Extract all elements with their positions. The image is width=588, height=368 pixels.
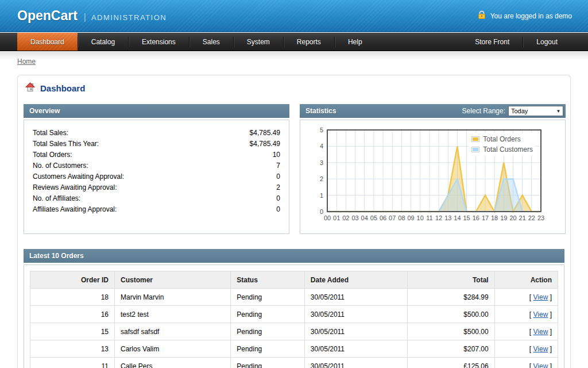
svg-text:11: 11 <box>426 214 432 221</box>
table-row: 16test2 testPending30/05/2011$500.00[ Vi… <box>30 306 558 323</box>
svg-text:12: 12 <box>435 214 442 221</box>
statistics-panel-header: Statistics Select Range: Today ▼ <box>300 104 566 118</box>
cell-status: Pending <box>231 306 305 323</box>
cell-customer: safsdf safsdf <box>115 323 231 340</box>
cell-customer: test2 test <box>115 306 231 323</box>
cell-order-id: 18 <box>30 289 115 306</box>
svg-text:22: 22 <box>528 214 535 221</box>
overview-row-value: 2 <box>276 182 280 193</box>
cell-date-added: 30/05/2011 <box>304 323 407 340</box>
svg-text:02: 02 <box>342 214 349 221</box>
breadcrumb-home-link[interactable]: Home <box>17 57 36 66</box>
nav-item-extensions[interactable]: Extensions <box>129 33 189 51</box>
overview-row-label: Total Orders: <box>33 150 72 160</box>
overview-panel: Overview Total Sales:$4,785.49Total Sale… <box>24 104 289 234</box>
svg-text:14: 14 <box>454 214 461 221</box>
overview-row: No. of Affiliates:0 <box>24 193 289 204</box>
latest-orders-panel: Latest 10 Orders Order IDCustomerStatusD… <box>24 249 564 368</box>
table-row: 18Marvin MarvinPending30/05/2011$284.99[… <box>30 289 558 306</box>
overview-panel-header: Overview <box>24 104 289 118</box>
cell-total: $284.99 <box>408 289 495 306</box>
svg-text:07: 07 <box>389 214 396 221</box>
overview-row: Customers Awaiting Approval:0 <box>24 171 289 182</box>
padlock-icon <box>477 10 486 22</box>
svg-text:0: 0 <box>320 208 323 215</box>
page-title: Dashboard <box>40 83 85 93</box>
legend-swatch <box>471 136 479 142</box>
overview-row: Reviews Awaiting Approval:2 <box>24 182 289 193</box>
select-range-control: Select Range: Today ▼ <box>462 106 566 116</box>
cell-order-id: 15 <box>30 323 115 340</box>
view-order-link[interactable]: View <box>533 345 548 353</box>
overview-row-value: 7 <box>276 160 280 171</box>
cell-total: $500.00 <box>408 323 495 340</box>
view-order-link[interactable]: View <box>533 293 548 301</box>
overview-title: Overview <box>24 107 60 115</box>
cell-action: [ View ] <box>494 289 558 306</box>
svg-text:2: 2 <box>320 175 323 182</box>
range-selected-value: Today <box>509 108 554 114</box>
cell-status: Pending <box>231 340 305 358</box>
svg-text:04: 04 <box>361 214 368 221</box>
column-header-date-added: Date Added <box>304 271 407 289</box>
cell-date-added: 30/05/2011 <box>304 306 407 323</box>
cell-total: $500.00 <box>408 306 495 323</box>
overview-row: No. of Customers:7 <box>24 160 289 171</box>
nav-item-reports[interactable]: Reports <box>284 33 334 51</box>
nav-item-dashboard[interactable]: Dashboard <box>17 33 78 51</box>
nav-item-sales[interactable]: Sales <box>189 33 233 51</box>
logo-text: OpenCart <box>17 8 78 24</box>
svg-text:3: 3 <box>320 159 323 166</box>
overview-row-value: $4,785.49 <box>250 139 280 150</box>
latest-orders-panel-header: Latest 10 Orders <box>24 249 564 263</box>
overview-row-value: 0 <box>276 171 280 182</box>
overview-row-label: No. of Affiliates: <box>33 193 80 204</box>
nav-item-catalog[interactable]: Catalog <box>78 33 128 51</box>
nav-right-items: Store FrontLogout <box>462 33 571 51</box>
table-row: 11Calle PersPending30/05/2011£125.06[ Vi… <box>30 358 558 368</box>
latest-orders-title: Latest 10 Orders <box>24 252 84 260</box>
svg-text:1: 1 <box>320 192 323 199</box>
overview-row-value: $4,785.49 <box>250 128 280 139</box>
cell-order-id: 13 <box>30 340 115 358</box>
svg-text:21: 21 <box>519 214 526 221</box>
overview-row: Affiliates Awaiting Approval:0 <box>24 204 289 215</box>
overview-row: Total Sales This Year:$4,785.49 <box>24 139 289 150</box>
column-header-order-id: Order ID <box>30 271 115 289</box>
overview-body: Total Sales:$4,785.49Total Sales This Ye… <box>24 120 289 234</box>
column-header-action: Action <box>494 271 558 289</box>
overview-row-value: 0 <box>276 204 280 215</box>
nav-item-help[interactable]: Help <box>335 33 376 51</box>
nav-item-system[interactable]: System <box>234 33 283 51</box>
breadcrumb: Home <box>17 57 36 66</box>
legend-item-total-customers: Total Customers <box>471 144 533 155</box>
admin-header: OpenCart | ADMINISTRATION You are logged… <box>0 0 588 32</box>
view-order-link[interactable]: View <box>533 328 548 336</box>
svg-text:00: 00 <box>324 214 331 221</box>
orders-table-header-row: Order IDCustomerStatusDate AddedTotalAct… <box>30 271 558 289</box>
legend-item-total-orders: Total Orders <box>471 134 533 144</box>
range-select-dropdown[interactable]: Today ▼ <box>508 106 563 116</box>
login-status-text: You are logged in as demo <box>490 12 572 20</box>
content-container: Dashboard Overview Total Sales:$4,785.49… <box>17 75 571 368</box>
legend-label: Total Customers <box>483 145 533 154</box>
view-order-link[interactable]: View <box>533 362 548 368</box>
column-header-customer: Customer <box>115 271 231 289</box>
svg-text:23: 23 <box>537 214 544 221</box>
svg-text:20: 20 <box>509 214 516 221</box>
svg-text:03: 03 <box>351 214 358 221</box>
cell-action: [ View ] <box>494 323 558 340</box>
legend-label: Total Orders <box>483 135 520 143</box>
svg-text:06: 06 <box>380 214 386 221</box>
cell-status: Pending <box>231 323 305 340</box>
orders-table-body: 18Marvin MarvinPending30/05/2011$284.99[… <box>30 289 558 368</box>
nav-item-logout[interactable]: Logout <box>523 33 571 51</box>
chevron-down-icon: ▼ <box>554 109 563 114</box>
nav-shadow <box>0 52 588 60</box>
house-icon <box>25 82 35 94</box>
svg-text:4: 4 <box>320 143 323 150</box>
svg-text:17: 17 <box>482 214 489 221</box>
view-order-link[interactable]: View <box>533 310 548 319</box>
svg-text:13: 13 <box>444 214 451 221</box>
nav-item-store-front[interactable]: Store Front <box>462 33 523 51</box>
